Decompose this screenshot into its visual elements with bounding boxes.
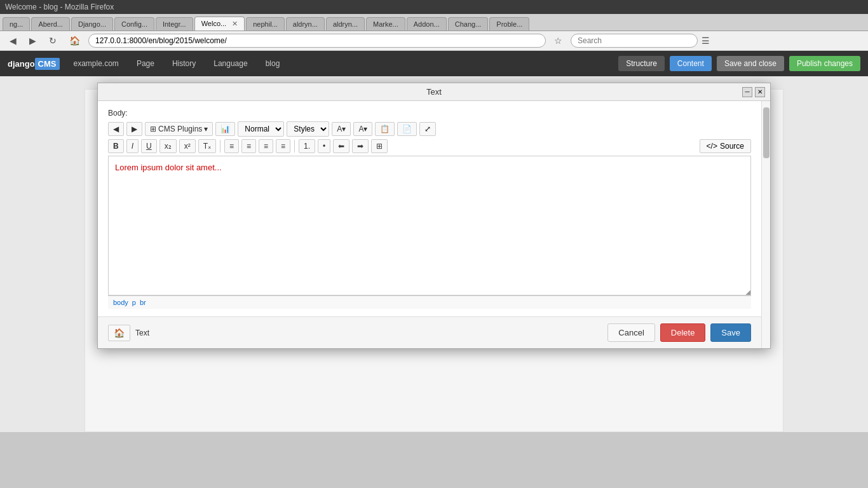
tab-ng[interactable]: ng... <box>3 17 30 30</box>
outdent-button[interactable]: ⬅ <box>333 139 349 153</box>
font-color-button[interactable]: A▾ <box>332 122 351 136</box>
cms-logo: djangoCMS <box>8 59 60 69</box>
align-right-button[interactable]: ≡ <box>259 139 273 153</box>
nav-icons: ☰ <box>702 36 710 46</box>
back-button[interactable]: ◀ <box>5 34 21 48</box>
tab-integr[interactable]: Integr... <box>156 17 193 30</box>
redo-button[interactable]: ▶ <box>126 122 142 136</box>
ordered-list-button[interactable]: 1. <box>299 139 315 153</box>
page-background: Pr We welc Lorem Text ─ ✕ Body: <box>0 76 868 432</box>
tab-django[interactable]: Django... <box>71 17 113 30</box>
subscript-button[interactable]: x₂ <box>159 139 177 153</box>
editor-toolbar-row-2: B I U x₂ x² Tₓ ≡ ≡ ≡ ≡ 1. <box>108 139 751 153</box>
browser-tabs: ng... Aberd... Django... Config... Integ… <box>0 14 868 31</box>
italic-button[interactable]: I <box>126 139 139 153</box>
table-button[interactable]: ⊞ <box>371 139 388 153</box>
tab-proble[interactable]: Proble... <box>489 17 529 30</box>
editor-content[interactable]: Lorem ipsum dolor sit amet... <box>115 163 744 172</box>
editor-statusbar: body p br <box>108 295 751 309</box>
address-bar[interactable] <box>88 34 546 48</box>
source-button[interactable]: </> Source <box>700 139 751 153</box>
tab-chang[interactable]: Chang... <box>448 17 489 30</box>
bold-button[interactable]: B <box>108 139 124 153</box>
undo-button[interactable]: ◀ <box>108 122 124 136</box>
content-button[interactable]: Content <box>670 56 712 71</box>
tab-nephil[interactable]: nephil... <box>246 17 285 30</box>
modal-footer: 🏠 Text Cancel Delete Save <box>98 316 761 348</box>
modal-controls: ─ ✕ <box>742 87 765 97</box>
tab-aldryn1[interactable]: aldryn... <box>286 17 325 30</box>
cancel-button[interactable]: Cancel <box>607 323 654 342</box>
cms-menu-language[interactable]: Language <box>210 57 251 71</box>
forward-button[interactable]: ▶ <box>25 34 41 48</box>
cms-plugins-button[interactable]: ⊞ CMS Plugins ▾ <box>145 122 213 136</box>
resize-handle[interactable] <box>744 288 750 295</box>
browser-navbar: ◀ ▶ ↻ 🏠 ☆ ☰ <box>0 31 868 51</box>
toolbar-sep-2 <box>294 140 295 152</box>
justify-button[interactable]: ≡ <box>276 139 290 153</box>
save-button[interactable]: Save <box>710 323 751 342</box>
align-center-button[interactable]: ≡ <box>241 139 256 153</box>
status-tag-br[interactable]: br <box>140 299 146 306</box>
footer-breadcrumb: Text <box>135 329 149 337</box>
tab-close-icon[interactable]: ✕ <box>232 20 238 27</box>
cms-toolbar: djangoCMS example.com Page History Langu… <box>0 51 868 76</box>
modal-main: Body: ◀ ▶ ⊞ CMS Plugins ▾ 📊 <box>98 101 761 348</box>
source-icon: </> <box>707 142 717 151</box>
search-input[interactable] <box>571 34 698 48</box>
source-label: Source <box>720 142 744 151</box>
tab-addon[interactable]: Addon... <box>407 17 447 30</box>
modal-scrollbar[interactable] <box>761 101 770 348</box>
modal-close-button[interactable]: ✕ <box>755 87 765 97</box>
modal-overlay: Text ─ ✕ Body: ◀ ▶ <box>0 76 868 432</box>
cms-site[interactable]: example.com <box>70 57 123 71</box>
browser-titlebar: Welcome - blog - Mozilla Firefox <box>0 0 868 14</box>
scroll-thumb <box>763 107 770 158</box>
bookmark-button[interactable]: ☆ <box>550 34 567 48</box>
remove-format-button[interactable]: Tₓ <box>198 139 216 153</box>
save-and-close-button[interactable]: Save and close <box>717 56 784 71</box>
superscript-button[interactable]: x² <box>179 139 196 153</box>
chart-button[interactable]: 📊 <box>215 122 235 136</box>
publish-button[interactable]: Publish changes <box>789 56 860 71</box>
tab-aldryn2[interactable]: aldryn... <box>326 17 365 30</box>
browser-title: Welcome - blog - Mozilla Firefox <box>5 3 114 11</box>
styles-select[interactable]: Styles <box>287 121 329 137</box>
tab-welcome[interactable]: Welco... ✕ <box>194 17 245 30</box>
menu-icon[interactable]: ☰ <box>702 36 710 46</box>
unordered-list-button[interactable]: • <box>318 139 330 153</box>
plugins-icon: ⊞ <box>150 125 156 133</box>
footer-home-button[interactable]: 🏠 <box>108 325 130 341</box>
bg-color-button[interactable]: A▾ <box>353 122 372 136</box>
underline-button[interactable]: U <box>141 139 157 153</box>
modal-titlebar: Text ─ ✕ <box>98 83 770 101</box>
modal-inner: Body: ◀ ▶ ⊞ CMS Plugins ▾ 📊 <box>98 101 770 348</box>
paste-word-button[interactable]: 📄 <box>397 122 417 136</box>
status-tag-body[interactable]: body <box>113 299 128 306</box>
refresh-button[interactable]: ↻ <box>44 34 61 48</box>
footer-actions: Cancel Delete Save <box>607 323 751 342</box>
modal-minimize-button[interactable]: ─ <box>742 87 752 97</box>
status-tag-p[interactable]: p <box>132 299 136 306</box>
editor-toolbar-row-1: ◀ ▶ ⊞ CMS Plugins ▾ 📊 Normal <box>108 121 751 137</box>
cms-plugins-label: CMS Plugins <box>158 125 202 133</box>
indent-button[interactable]: ➡ <box>352 139 369 153</box>
cms-menu-blog[interactable]: blog <box>262 57 284 71</box>
align-left-button[interactable]: ≡ <box>224 139 239 153</box>
delete-button[interactable]: Delete <box>660 323 706 342</box>
tab-marke[interactable]: Marke... <box>366 17 405 30</box>
home-nav-button[interactable]: 🏠 <box>65 34 85 48</box>
paste-text-button[interactable]: 📋 <box>375 122 395 136</box>
cms-menu-page[interactable]: Page <box>133 57 158 71</box>
text-editor-modal: Text ─ ✕ Body: ◀ ▶ <box>97 83 771 349</box>
editor-area[interactable]: Lorem ipsum dolor sit amet... <box>108 156 751 295</box>
modal-body: Body: ◀ ▶ ⊞ CMS Plugins ▾ 📊 <box>98 101 761 316</box>
dropdown-icon: ▾ <box>204 125 208 133</box>
expand-button[interactable]: ⤢ <box>419 122 436 136</box>
structure-button[interactable]: Structure <box>618 56 665 71</box>
format-select[interactable]: Normal <box>238 121 284 137</box>
tab-aberd[interactable]: Aberd... <box>31 17 70 30</box>
tab-config[interactable]: Config... <box>114 17 154 30</box>
body-label: Body: <box>108 109 751 118</box>
cms-menu-history[interactable]: History <box>168 57 200 71</box>
